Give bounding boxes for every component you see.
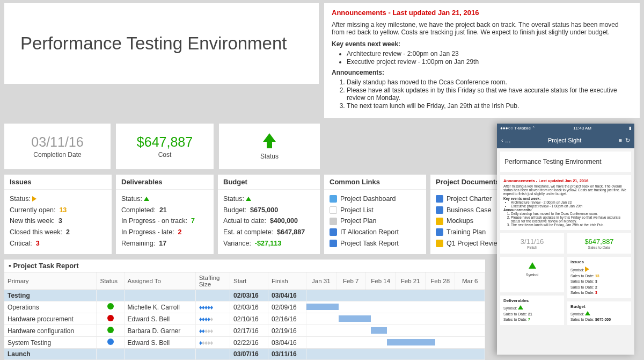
panel-header: Issues	[4, 175, 112, 190]
doc-icon	[330, 206, 337, 214]
task-finish: 03/11/16	[268, 349, 306, 360]
table-row[interactable]: Hardware configuration Barbara D. Garner…	[4, 325, 485, 337]
gantt-bar	[387, 339, 435, 345]
phone-metric-sales: $647,887 Sales to Date	[567, 233, 631, 254]
gantt-cell	[306, 301, 485, 313]
page-title: Performance Testing Environment	[20, 33, 287, 54]
row-label: Sales to Date:	[503, 318, 527, 321]
phone-nav-bar: ‹ … Project Sight ≡ ↻	[497, 132, 634, 148]
doc-icon	[436, 240, 443, 247]
phone-key-event: Architecture review - 2:00pm on Jan 23	[511, 200, 628, 204]
task-assignee: Michelle K. Carroll	[124, 301, 195, 313]
task-name: Launch	[4, 349, 97, 360]
status-label: Status:	[121, 195, 142, 203]
task-staffing: ♦♦♦♦♦	[195, 337, 230, 349]
timeline-header: Mar 6	[455, 272, 485, 290]
row-label: Symbol:	[570, 312, 584, 316]
task-status	[97, 301, 124, 313]
phone-metric-finish: 3/11/16 Finish	[500, 233, 564, 254]
panel-header: Budget	[218, 175, 320, 190]
row-label: Est. at complete:	[223, 228, 273, 236]
phone-key-events-label: Key events next week:	[503, 197, 540, 200]
menu-icon[interactable]: ≡	[618, 137, 621, 143]
phone-preview: ●●●○○ T-Mobile ⌃ 11:43 AM ▮ ‹ … Project …	[497, 124, 634, 355]
link-label: IT Allocation Report	[340, 227, 399, 238]
metric-label: Sales to Date	[569, 246, 629, 249]
phone-symbol-card: Symbol	[500, 257, 564, 292]
task-start: 02/03/16	[230, 301, 268, 313]
col-finish[interactable]: Finish	[268, 272, 306, 290]
task-staffing: ♦♦♦♦♦	[195, 301, 230, 313]
deliverables-panel: Deliverables Status: Completed: 21 In Pr…	[116, 175, 214, 254]
refresh-icon[interactable]: ↻	[625, 137, 630, 144]
phone-status-bar: ●●●○○ T-Mobile ⌃ 11:43 AM ▮	[497, 124, 634, 132]
link-item[interactable]: Project Plan	[330, 215, 421, 227]
task-assignee: Barbara D. Garner	[124, 325, 195, 337]
doc-icon	[330, 228, 337, 236]
phone-ann-title: Announcements - Last updated Jan 21, 201…	[503, 178, 628, 183]
timeline-header: Feb 7	[336, 272, 365, 290]
row-label: Budget:	[223, 206, 246, 214]
announcements-intro: After missing a key milestone, we have t…	[332, 21, 632, 36]
link-item[interactable]: Project Dashboard	[330, 193, 421, 205]
common-links-panel: Common Links Project DashboardProject Li…	[324, 175, 426, 254]
col-status[interactable]: Status	[97, 272, 124, 290]
col-start[interactable]: Start	[230, 272, 268, 290]
phone-ann-item: Daily standup has moved to the Ocas Conf…	[511, 212, 628, 215]
table-row[interactable]: Launch03/07/1603/11/16	[4, 349, 485, 360]
gantt-bar	[306, 304, 339, 310]
key-event-item: Executive project review - 1:00pm on Jan…	[347, 58, 632, 66]
link-item[interactable]: Project Task Report	[330, 238, 421, 249]
announcements-heading: Announcements - Last updated Jan 21, 201…	[332, 9, 632, 17]
table-row[interactable]: Hardware procurement Edward S. Bell ♦♦♦♦…	[4, 313, 485, 325]
task-status	[97, 313, 124, 325]
staffing-icon: ♦♦♦♦♦	[199, 304, 213, 311]
task-start: 02/10/16	[230, 313, 268, 325]
link-item[interactable]: IT Allocation Report	[330, 227, 421, 238]
metric-cost: $647,887 Cost	[116, 124, 214, 169]
col-primary[interactable]: Primary	[4, 272, 97, 290]
row-value: 3	[595, 291, 597, 294]
task-name: Hardware procurement	[4, 313, 97, 325]
phone-time: 11:43 AM	[573, 126, 591, 131]
metric-label: Finish	[502, 246, 562, 249]
row-value: 2	[178, 228, 182, 236]
back-icon[interactable]: ‹ …	[501, 137, 511, 143]
timeline-header: Feb 21	[396, 272, 425, 290]
phone-ann-item: Please have all task updates in by this …	[511, 215, 628, 223]
row-label: Symbol:	[503, 306, 517, 310]
arrow-up-icon	[263, 133, 276, 142]
arrow-up-icon	[529, 262, 536, 269]
task-finish: 03/04/16	[268, 290, 306, 301]
col-staffing[interactable]: Staffing Size	[195, 272, 230, 290]
table-row[interactable]: Testing02/03/1603/04/16	[4, 290, 485, 301]
doc-icon	[436, 218, 443, 225]
col-assigned[interactable]: Assigned To	[124, 272, 195, 290]
task-name: Hardware configuration	[4, 325, 97, 337]
row-label: Sales to Date:	[570, 285, 594, 289]
doc-icon	[330, 195, 337, 203]
timeline-header: Feb 14	[366, 272, 396, 290]
table-row[interactable]: System Testing Edward S. Bell ♦♦♦♦♦ 02/2…	[4, 337, 485, 349]
phone-ann-item: The next team lunch will be Friday, Jan …	[511, 223, 628, 227]
metric-label: Completion Date	[33, 151, 81, 159]
link-item[interactable]: Project List	[330, 205, 421, 216]
doc-icon	[436, 195, 443, 203]
row-label: Actual to date:	[223, 217, 266, 225]
gantt-cell	[306, 337, 485, 349]
table-row[interactable]: Operations Michelle K. Carroll ♦♦♦♦♦ 02/…	[4, 301, 485, 313]
row-label: In Progress - on track:	[121, 217, 187, 225]
doc-label: Q1 Project Revie	[447, 238, 497, 249]
phone-key-event: Executive project review - 1:00pm on Jan…	[511, 204, 628, 208]
status-dot-icon	[107, 339, 114, 345]
row-value: 7	[528, 318, 530, 321]
row-value: 7	[191, 217, 195, 225]
status-label: Status:	[223, 195, 244, 203]
title-card: Performance Testing Environment	[4, 3, 319, 84]
task-name: Operations	[4, 301, 97, 313]
phone-nav-title: Project Sight	[511, 137, 619, 143]
gantt-cell	[306, 325, 485, 337]
row-label: Variance:	[223, 240, 251, 247]
row-value: $647,887	[277, 228, 305, 236]
metric-label: Status	[260, 153, 279, 160]
